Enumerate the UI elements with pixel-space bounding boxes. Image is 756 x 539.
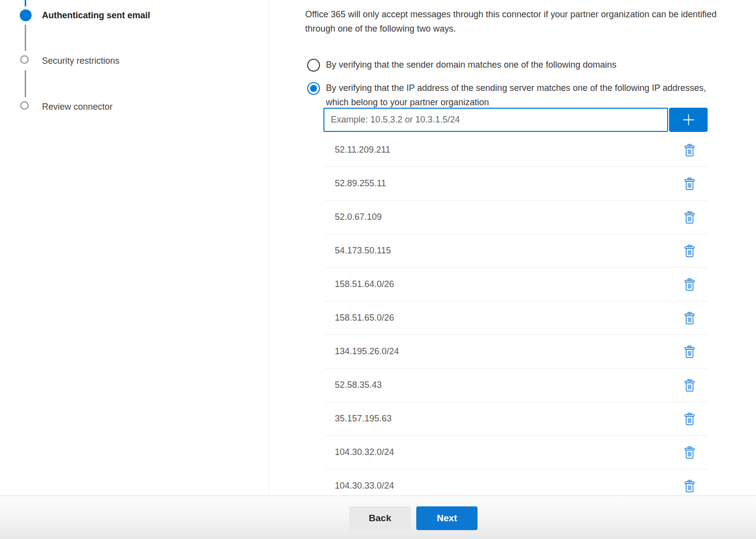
trash-icon: [684, 379, 695, 392]
delete-ip-button[interactable]: [683, 210, 696, 225]
next-button[interactable]: Next: [416, 506, 477, 530]
ip-list-row: 52.0.67.109: [325, 201, 708, 234]
option-sender-domain[interactable]: By verifying that the sender domain matc…: [307, 58, 616, 72]
content-panel: Office 365 will only accept messages thr…: [270, 0, 756, 496]
step-connector-line-done: [25, 0, 26, 6]
trash-icon: [684, 345, 695, 358]
delete-ip-button[interactable]: [683, 277, 696, 292]
wizard-footer: Back Next: [0, 496, 756, 539]
step-current-indicator: [20, 9, 32, 21]
trash-icon: [684, 312, 695, 325]
footer-buttons: Back Next: [349, 506, 477, 530]
ip-address-value: 52.0.67.109: [335, 212, 382, 222]
ip-address-value: 54.173.50.115: [335, 246, 391, 256]
ip-address-value: 134.195.26.0/24: [335, 346, 399, 357]
trash-icon: [684, 245, 695, 257]
ip-list-row: 52.89.255.11: [325, 167, 708, 201]
radio-selected-icon[interactable]: [307, 82, 320, 95]
delete-ip-button[interactable]: [683, 244, 696, 258]
ip-address-value: 52.89.255.11: [335, 178, 386, 189]
step-connector-line: [25, 70, 26, 97]
wizard-steps-sidebar: Authenticating sent email Security restr…: [0, 0, 269, 496]
step-connector-line: [25, 25, 26, 51]
ip-list-row: 134.195.26.0/24: [325, 335, 708, 369]
radio-unselected-icon[interactable]: [307, 59, 320, 72]
ip-list-row: 52.58.35.43: [325, 369, 708, 402]
delete-ip-button[interactable]: [683, 378, 696, 393]
ip-input-row: [323, 108, 708, 132]
step-authenticating-sent-email: Authenticating sent email: [42, 9, 150, 22]
plus-icon: [682, 113, 695, 126]
step-upcoming-indicator: [20, 101, 29, 110]
option-sender-domain-label: By verifying that the sender domain matc…: [326, 58, 616, 72]
ip-list-row: 52.11.209.211: [325, 133, 708, 167]
option-ip-address-label: By verifying that the IP address of the …: [326, 81, 721, 109]
add-ip-button[interactable]: [669, 108, 708, 132]
ip-address-value: 104.30.32.0/24: [335, 447, 394, 457]
delete-ip-button[interactable]: [683, 479, 696, 494]
step-security-restrictions: Security restrictions: [42, 54, 119, 67]
step-upcoming-indicator: [20, 55, 29, 64]
ip-list-row: 54.173.50.115: [325, 234, 708, 268]
ip-address-value: 52.58.35.43: [335, 380, 382, 390]
ip-address-value: 35.157.195.63: [335, 414, 392, 424]
ip-address-value: 104.30.33.0/24: [335, 481, 394, 491]
back-button[interactable]: Back: [349, 506, 411, 530]
trash-icon: [684, 413, 695, 425]
trash-icon: [684, 480, 695, 493]
ip-list: 52.11.209.211 52.89.255.11: [325, 133, 708, 503]
delete-ip-button[interactable]: [683, 143, 696, 158]
ip-address-value: 52.11.209.211: [335, 145, 390, 155]
intro-text: Office 365 will only accept messages thr…: [305, 7, 747, 36]
trash-icon: [684, 446, 695, 459]
ip-list-row: 158.51.65.0/26: [325, 301, 708, 335]
option-ip-address[interactable]: By verifying that the IP address of the …: [307, 81, 721, 109]
delete-ip-button[interactable]: [683, 311, 696, 326]
ip-list-row: 158.51.64.0/26: [325, 268, 708, 301]
step-review-connector: Review connector: [42, 100, 113, 113]
ip-list-row: 104.30.32.0/24: [325, 436, 708, 469]
delete-ip-button[interactable]: [683, 344, 696, 359]
delete-ip-button[interactable]: [683, 412, 696, 426]
ip-address-input[interactable]: [323, 108, 668, 132]
ip-address-value: 158.51.64.0/26: [335, 279, 394, 290]
ip-list-row: 35.157.195.63: [325, 402, 708, 436]
trash-icon: [684, 144, 695, 157]
delete-ip-button[interactable]: [683, 445, 696, 460]
trash-icon: [684, 211, 695, 224]
ip-address-value: 158.51.65.0/26: [335, 313, 394, 323]
trash-icon: [684, 278, 695, 291]
trash-icon: [684, 177, 695, 190]
delete-ip-button[interactable]: [683, 176, 696, 191]
